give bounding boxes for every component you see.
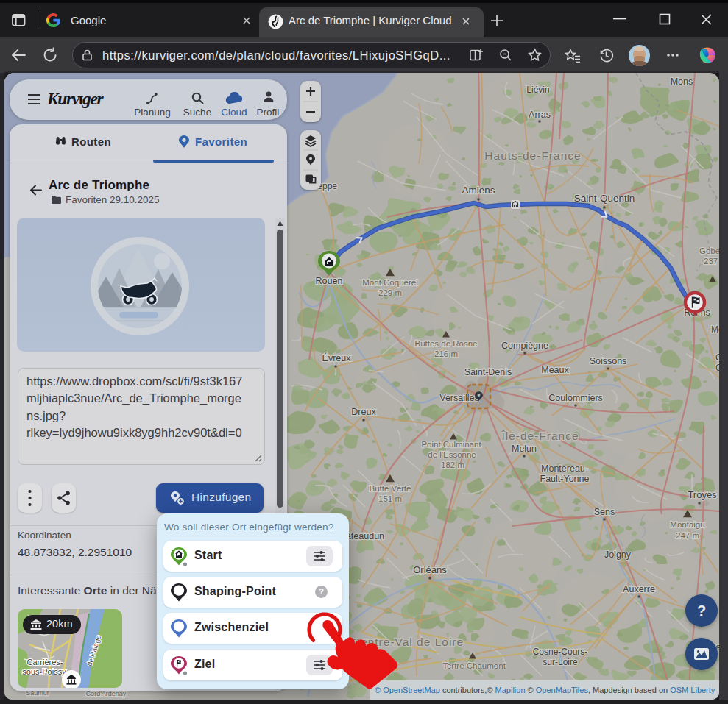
svg-text:Arras: Arras — [529, 110, 551, 120]
svg-text:247 m: 247 m — [676, 531, 699, 540]
svg-text:Ch: Ch — [715, 363, 719, 373]
svg-text:de l'Essonne: de l'Essonne — [428, 450, 476, 459]
svg-text:Cosne-Cours-: Cosne-Cours- — [533, 647, 588, 657]
svg-text:229 m: 229 m — [378, 288, 402, 297]
svg-text:Tertre Chaumont: Tertre Chaumont — [442, 661, 506, 670]
svg-text:Troyes: Troyes — [688, 489, 717, 500]
svg-text:Rouen: Rouen — [316, 276, 343, 286]
svg-text:Montereau-: Montereau- — [541, 463, 588, 474]
svg-text:Soissons: Soissons — [590, 356, 627, 366]
svg-text:Carrières-: Carrières- — [27, 658, 63, 666]
svg-text:Point Culminant: Point Culminant — [421, 440, 481, 449]
svg-text:Évreux: Évreux — [322, 352, 352, 363]
svg-text:Sens: Sens — [594, 507, 615, 517]
svg-text:151 m: 151 m — [378, 494, 402, 503]
svg-text:Dreux: Dreux — [351, 407, 376, 417]
svg-text:Île-de-France: Île-de-France — [501, 430, 579, 442]
svg-text:Gobert: Gobert — [699, 246, 719, 255]
svg-text:Joigny: Joigny — [604, 550, 632, 560]
svg-text:sur-Loire: sur-Loire — [543, 657, 578, 667]
svg-text:Liévin: Liévin — [526, 85, 549, 95]
svg-text:Melun: Melun — [512, 444, 537, 454]
svg-text:Chal: Chal — [715, 352, 719, 363]
svg-text:Hauts-de-France: Hauts-de-France — [484, 149, 581, 162]
svg-text:Mons: Mons — [671, 77, 693, 87]
svg-text:Amiens: Amiens — [462, 185, 495, 196]
svg-text:Orléans: Orléans — [413, 564, 447, 575]
svg-text:sous-Poissy: sous-Poissy — [22, 667, 66, 676]
svg-text:237: 237 — [704, 257, 718, 266]
svg-text:Coulommiers: Coulommiers — [548, 393, 603, 403]
svg-text:Saint-Quentin: Saint-Quentin — [574, 193, 635, 204]
svg-text:Butte Verte: Butte Verte — [370, 484, 411, 493]
svg-text:Mont Coquerel: Mont Coquerel — [362, 278, 417, 287]
svg-text:Meaux: Meaux — [541, 365, 569, 375]
svg-text:182 m: 182 m — [441, 461, 464, 469]
svg-text:Montaigu: Montaigu — [670, 520, 704, 529]
svg-text:216 m: 216 m — [434, 349, 458, 358]
svg-text:Compiègne: Compiègne — [501, 341, 548, 351]
svg-text:Buttes de Rosne: Buttes de Rosne — [414, 339, 477, 348]
svg-text:Auxerre: Auxerre — [623, 584, 655, 594]
svg-text:Saint-Denis: Saint-Denis — [464, 367, 512, 377]
svg-text:Fault-Yonne: Fault-Yonne — [540, 474, 590, 484]
svg-text:Mont: Mont — [711, 324, 719, 335]
